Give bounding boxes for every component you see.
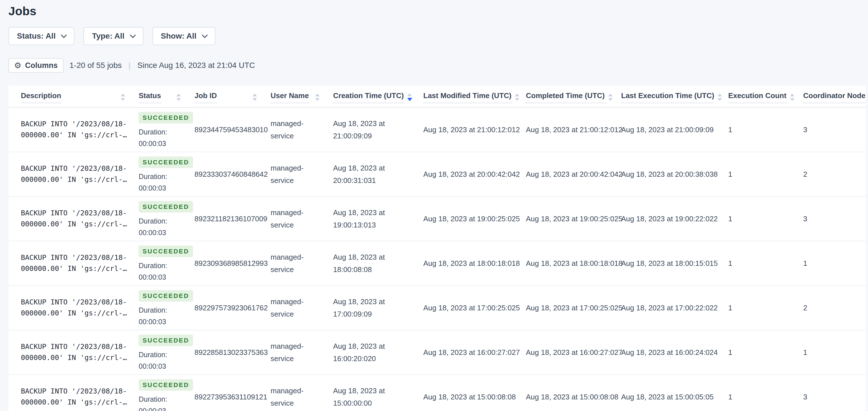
sort-arrows-icon[interactable] bbox=[121, 94, 125, 101]
description-cell[interactable]: BACKUP INTO '/2023/08/18- 000000.00' IN … bbox=[8, 197, 138, 241]
show-filter[interactable]: Show: All bbox=[152, 27, 216, 45]
coordinator-node-cell: 1 bbox=[803, 330, 866, 375]
completed-time-cell: Aug 18, 2023 at 15:00:08:08 bbox=[526, 375, 621, 411]
user-name-value: managed-service bbox=[271, 340, 316, 365]
toolbar-separator: | bbox=[128, 61, 131, 70]
completed-time-cell: Aug 18, 2023 at 18:00:18:018 bbox=[526, 241, 621, 286]
description-cell[interactable]: BACKUP INTO '/2023/08/18- 000000.00' IN … bbox=[8, 375, 138, 411]
sort-up-icon bbox=[717, 94, 722, 96]
status-cell: SUCCEEDED Duration: 00:00:03 bbox=[138, 197, 194, 241]
execution-count-cell: 1 bbox=[728, 375, 803, 411]
column-header-label: Coordinator Node bbox=[803, 91, 865, 103]
column-header-execution-count[interactable]: Execution Count bbox=[728, 86, 803, 108]
column-header-label: Execution Count bbox=[728, 91, 786, 103]
table-row[interactable]: BACKUP INTO '/2023/08/18- 000000.00' IN … bbox=[8, 330, 866, 375]
description-cell[interactable]: BACKUP INTO '/2023/08/18- 000000.00' IN … bbox=[8, 108, 138, 152]
status-cell: SUCCEEDED Duration: 00:00:03 bbox=[138, 330, 194, 375]
creation-time-cell: Aug 18, 2023 at 18:00:08:08 bbox=[333, 241, 423, 286]
sort-up-icon bbox=[315, 94, 319, 96]
table-row[interactable]: BACKUP INTO '/2023/08/18- 000000.00' IN … bbox=[8, 375, 866, 411]
status-badge: SUCCEEDED bbox=[138, 245, 193, 257]
description-line2: 000000.00' IN 'gs://crl-… bbox=[21, 264, 127, 272]
column-header-user-name[interactable]: User Name bbox=[271, 86, 333, 108]
user-name-cell: managed-service bbox=[271, 108, 333, 152]
columns-button[interactable]: ⚙ Columns bbox=[8, 58, 63, 73]
execution-count-cell: 1 bbox=[728, 152, 803, 197]
type-filter[interactable]: Type: All bbox=[84, 27, 143, 45]
status-badge: SUCCEEDED bbox=[138, 334, 193, 346]
job-id-cell: 892273953631109121 bbox=[194, 375, 271, 411]
creation-time-cell: Aug 18, 2023 at 20:00:31:031 bbox=[333, 152, 423, 197]
duration-value: 00:00:03 bbox=[138, 273, 192, 281]
description-cell[interactable]: BACKUP INTO '/2023/08/18- 000000.00' IN … bbox=[8, 152, 138, 197]
sort-up-icon bbox=[790, 94, 795, 96]
description-cell[interactable]: BACKUP INTO '/2023/08/18- 000000.00' IN … bbox=[8, 286, 138, 330]
status-cell: SUCCEEDED Duration: 00:00:03 bbox=[138, 241, 194, 286]
user-name-value: managed-service bbox=[271, 206, 316, 231]
sort-down-icon bbox=[515, 98, 519, 101]
last-modified-cell: Aug 18, 2023 at 18:00:18:018 bbox=[423, 241, 526, 286]
column-header-status[interactable]: Status bbox=[138, 86, 194, 108]
sort-arrows-icon[interactable] bbox=[790, 94, 795, 101]
job-id-cell: 892321182136107009 bbox=[194, 197, 271, 241]
page-title: Jobs bbox=[8, 4, 868, 18]
chevron-down-icon bbox=[130, 32, 135, 38]
sort-arrows-icon[interactable] bbox=[315, 94, 319, 101]
column-header-completed-time[interactable]: Completed Time (UTC) bbox=[526, 86, 621, 108]
sort-arrows-icon[interactable] bbox=[252, 94, 257, 101]
last-execution-cell: Aug 18, 2023 at 17:00:22:022 bbox=[621, 286, 728, 330]
column-header-label: Creation Time (UTC) bbox=[333, 91, 404, 103]
table-row[interactable]: BACKUP INTO '/2023/08/18- 000000.00' IN … bbox=[8, 286, 866, 330]
column-header-last-modified-time[interactable]: Last Modified Time (UTC) bbox=[423, 86, 526, 108]
sort-arrows-icon[interactable] bbox=[515, 94, 519, 101]
table-row[interactable]: BACKUP INTO '/2023/08/18- 000000.00' IN … bbox=[8, 241, 866, 286]
description-line2: 000000.00' IN 'gs://crl-… bbox=[21, 398, 127, 406]
gear-icon: ⚙ bbox=[14, 61, 22, 70]
sort-arrows-icon[interactable] bbox=[717, 94, 722, 101]
duration-label: Duration: bbox=[138, 351, 192, 359]
description-cell[interactable]: BACKUP INTO '/2023/08/18- 000000.00' IN … bbox=[8, 330, 138, 375]
sort-down-icon bbox=[252, 98, 257, 101]
completed-time-cell: Aug 18, 2023 at 19:00:25:025 bbox=[526, 197, 621, 241]
jobs-table-panel: Description Status Job ID User Name bbox=[8, 86, 866, 411]
filter-label: Type: All bbox=[92, 32, 124, 40]
execution-count-cell: 1 bbox=[728, 286, 803, 330]
table-toolbar: ⚙ Columns 1-20 of 55 jobs | Since Aug 16… bbox=[8, 58, 868, 73]
user-name-cell: managed-service bbox=[271, 330, 333, 375]
sort-arrows-icon[interactable] bbox=[177, 94, 181, 101]
user-name-value: managed-service bbox=[271, 251, 316, 276]
execution-count-cell: 1 bbox=[728, 197, 803, 241]
columns-button-label: Columns bbox=[25, 61, 58, 70]
sort-up-icon bbox=[252, 94, 257, 96]
column-header-coordinator-node[interactable]: Coordinator Node bbox=[803, 86, 866, 108]
duration-label: Duration: bbox=[138, 173, 192, 181]
table-body: BACKUP INTO '/2023/08/18- 000000.00' IN … bbox=[8, 108, 866, 411]
status-filter[interactable]: Status: All bbox=[8, 27, 74, 45]
table-row[interactable]: BACKUP INTO '/2023/08/18- 000000.00' IN … bbox=[8, 197, 866, 241]
table-row[interactable]: BACKUP INTO '/2023/08/18- 000000.00' IN … bbox=[8, 108, 866, 152]
job-id-cell: 892344759453483010 bbox=[194, 108, 271, 152]
column-header-description[interactable]: Description bbox=[8, 86, 138, 108]
table-row[interactable]: BACKUP INTO '/2023/08/18- 000000.00' IN … bbox=[8, 152, 866, 197]
status-cell: SUCCEEDED Duration: 00:00:03 bbox=[138, 152, 194, 197]
description-line1: BACKUP INTO '/2023/08/18- bbox=[21, 254, 127, 262]
job-id-cell: 892309368985812993 bbox=[194, 241, 271, 286]
column-header-job-id[interactable]: Job ID bbox=[194, 86, 271, 108]
completed-time-cell: Aug 18, 2023 at 17:00:25:025 bbox=[526, 286, 621, 330]
description-line1: BACKUP INTO '/2023/08/18- bbox=[21, 343, 127, 351]
description-cell[interactable]: BACKUP INTO '/2023/08/18- 000000.00' IN … bbox=[8, 241, 138, 286]
status-badge: SUCCEEDED bbox=[138, 156, 193, 168]
user-name-cell: managed-service bbox=[271, 286, 333, 330]
sort-arrows-icon[interactable] bbox=[407, 93, 412, 101]
description-line1: BACKUP INTO '/2023/08/18- bbox=[21, 164, 127, 173]
column-header-label: User Name bbox=[271, 91, 309, 103]
column-header-creation-time[interactable]: Creation Time (UTC) bbox=[333, 86, 423, 108]
duration-label: Duration: bbox=[138, 306, 192, 314]
creation-time-cell: Aug 18, 2023 at 15:00:00:00 bbox=[333, 375, 423, 411]
column-header-label: Completed Time (UTC) bbox=[526, 91, 605, 103]
user-name-value: managed-service bbox=[271, 295, 316, 320]
sort-up-icon bbox=[121, 94, 125, 96]
column-header-last-execution-time[interactable]: Last Execution Time (UTC) bbox=[621, 86, 728, 108]
sort-arrows-icon[interactable] bbox=[608, 94, 613, 101]
filter-bar: Status: All Type: All Show: All bbox=[8, 27, 868, 45]
